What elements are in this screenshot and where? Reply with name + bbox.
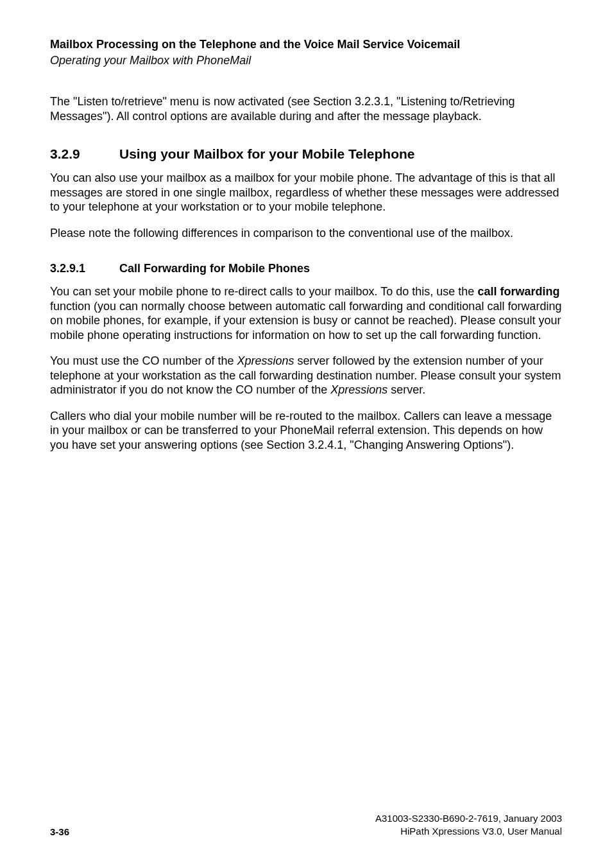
section-number: 3.2.9 — [50, 146, 119, 162]
para2-post: server. — [387, 383, 425, 396]
intro-paragraph: The "Listen to/retrieve" menu is now act… — [50, 94, 562, 123]
page-header-italic: Operating your Mailbox with PhoneMail — [50, 53, 562, 68]
para2-italic-2: Xpressions — [330, 383, 387, 396]
para1-pre: You can set your mobile phone to re-dire… — [50, 285, 477, 298]
page-header-bold: Mailbox Processing on the Telephone and … — [50, 37, 562, 52]
para1-bold: call forwarding — [477, 285, 559, 298]
para1-post: function (you can normally choose betwee… — [50, 300, 561, 342]
subsection-paragraph-3: Callers who dial your mobile number will… — [50, 409, 562, 453]
footer-doc-info: A31003-S2330-B690-2-7619, January 2003 H… — [375, 812, 562, 837]
subsection-paragraph-2: You must use the CO number of the Xpress… — [50, 354, 562, 397]
section-title: Using your Mailbox for your Mobile Telep… — [119, 146, 414, 162]
subsection-title: Call Forwarding for Mobile Phones — [119, 262, 310, 275]
subsection-heading: 3.2.9.1 Call Forwarding for Mobile Phone… — [50, 262, 562, 275]
footer-doc-id: A31003-S2330-B690-2-7619, January 2003 — [375, 812, 562, 825]
para2-pre: You must use the CO number of the — [50, 354, 237, 367]
subsection-number: 3.2.9.1 — [50, 262, 119, 275]
section-heading: 3.2.9 Using your Mailbox for your Mobile… — [50, 146, 562, 162]
section-paragraph-2: Please note the following differences in… — [50, 226, 562, 241]
page-footer: 3-36 A31003-S2330-B690-2-7619, January 2… — [50, 812, 562, 837]
section-paragraph-1: You can also use your mailbox as a mailb… — [50, 171, 562, 214]
page-number: 3-36 — [50, 826, 69, 837]
footer-doc-title: HiPath Xpressions V3.0, User Manual — [375, 825, 562, 838]
subsection-paragraph-1: You can set your mobile phone to re-dire… — [50, 284, 562, 342]
para2-italic-1: Xpressions — [237, 354, 294, 367]
